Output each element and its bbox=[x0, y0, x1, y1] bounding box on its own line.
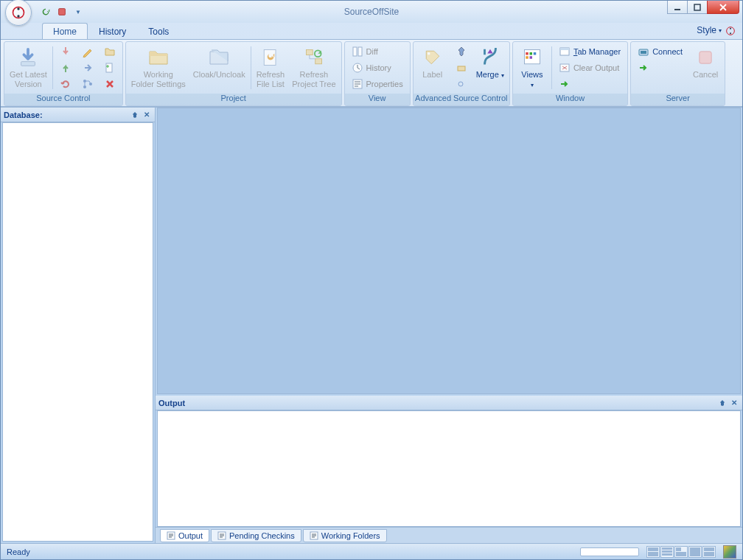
folder-gear-icon bbox=[147, 46, 170, 69]
app-window: ▼ SourceOffSite Home History Tools Style… bbox=[0, 0, 743, 560]
checkin-button[interactable] bbox=[56, 60, 75, 76]
add-folder-button[interactable] bbox=[100, 43, 119, 60]
view-mode-3[interactable] bbox=[674, 546, 688, 558]
history-button[interactable]: History bbox=[348, 60, 407, 76]
list-icon bbox=[167, 531, 175, 540]
titlebar: ▼ SourceOffSite bbox=[1, 1, 742, 23]
clock-icon bbox=[352, 62, 363, 74]
get-latest-label: Get Latest Version bbox=[10, 70, 47, 88]
close-output-button[interactable]: ✕ bbox=[729, 398, 739, 408]
svg-rect-25 bbox=[526, 52, 529, 55]
document-area[interactable] bbox=[157, 108, 741, 394]
database-tree[interactable] bbox=[2, 122, 153, 542]
minimize-button[interactable] bbox=[667, 1, 688, 14]
edit-button[interactable] bbox=[78, 43, 97, 60]
link-button[interactable] bbox=[452, 76, 471, 92]
svg-rect-3 bbox=[59, 9, 66, 15]
style-dropdown[interactable]: Style▾ bbox=[697, 25, 722, 35]
refresh-tree-label: Refresh Project Tree bbox=[292, 70, 335, 88]
tab-manager-label: Tab Manager bbox=[573, 47, 621, 56]
undo-icon bbox=[60, 78, 71, 90]
properties-icon bbox=[352, 78, 363, 90]
ribbon-group-source-control: Get Latest Version bbox=[4, 41, 123, 106]
minimize-icon bbox=[674, 4, 681, 11]
pin-panel-button[interactable] bbox=[130, 110, 140, 120]
branch-icon bbox=[82, 78, 94, 90]
stop-icon bbox=[57, 7, 67, 17]
working-folder-settings-button[interactable]: Working Folder Settings bbox=[128, 43, 189, 92]
connect-button[interactable]: Connect bbox=[634, 43, 686, 60]
pin-small-icon bbox=[456, 46, 467, 57]
views-label: Views bbox=[521, 70, 543, 79]
download-arrow-icon bbox=[16, 46, 40, 69]
database-panel-header: Database: ✕ bbox=[1, 108, 155, 122]
clear-output-label: Clear Output bbox=[573, 63, 619, 72]
unpin-button[interactable] bbox=[452, 60, 471, 76]
window-extra-button[interactable] bbox=[555, 76, 624, 92]
merge-label: Merge bbox=[476, 70, 499, 79]
view-mode-1[interactable] bbox=[646, 546, 660, 558]
view-mode-5[interactable] bbox=[702, 546, 716, 558]
svg-rect-28 bbox=[526, 56, 529, 59]
close-panel-button[interactable]: ✕ bbox=[142, 110, 152, 120]
pin-icon bbox=[719, 399, 726, 407]
connect-icon bbox=[638, 46, 649, 57]
tab-home[interactable]: Home bbox=[42, 23, 88, 39]
maximize-icon bbox=[694, 4, 701, 11]
status-text: Ready bbox=[7, 547, 30, 556]
merge-button[interactable]: Merge ▾ bbox=[472, 43, 508, 92]
refresh-file-list-button[interactable]: Refresh File List bbox=[253, 43, 289, 92]
pin-output-button[interactable] bbox=[717, 398, 728, 408]
views-icon bbox=[520, 46, 544, 69]
cancel-button[interactable]: Cancel bbox=[688, 43, 723, 92]
pin-button[interactable] bbox=[452, 43, 471, 60]
view-mode-4[interactable] bbox=[688, 546, 702, 558]
share-button[interactable] bbox=[78, 60, 97, 76]
checkout-button[interactable] bbox=[56, 43, 75, 60]
bottom-tab-pending[interactable]: Pending Checkins bbox=[211, 529, 301, 542]
cloak-uncloak-button[interactable]: Cloak/Uncloak bbox=[189, 43, 249, 92]
link-small-icon bbox=[456, 78, 467, 90]
branch-button[interactable] bbox=[78, 76, 97, 92]
tab-manager-button[interactable]: Tab Manager bbox=[555, 43, 624, 60]
output-text-area[interactable] bbox=[157, 410, 741, 527]
x-icon: ✕ bbox=[144, 111, 150, 119]
bottom-tab-working[interactable]: Working Folders bbox=[303, 529, 387, 542]
svg-point-11 bbox=[83, 85, 86, 88]
server-extra-button[interactable] bbox=[634, 60, 686, 76]
share-icon bbox=[82, 62, 94, 74]
qat-refresh-button[interactable] bbox=[39, 5, 52, 18]
window-controls bbox=[668, 1, 739, 14]
app-menu-orb[interactable] bbox=[5, 0, 32, 26]
diff-button[interactable]: Diff bbox=[348, 43, 407, 60]
help-icon-button[interactable] bbox=[725, 25, 736, 37]
clear-output-button[interactable]: Clear Output bbox=[555, 60, 624, 76]
svg-rect-16 bbox=[315, 59, 322, 64]
history-label: History bbox=[366, 63, 391, 72]
tray-icon[interactable] bbox=[723, 545, 736, 559]
add-file-button[interactable] bbox=[100, 60, 119, 76]
views-button[interactable]: Views▾ bbox=[514, 43, 550, 92]
svg-rect-23 bbox=[458, 66, 465, 71]
database-panel-title: Database: bbox=[4, 111, 43, 119]
qat-stop-button[interactable] bbox=[55, 5, 69, 18]
chevron-down-icon: ▾ bbox=[719, 27, 722, 34]
get-latest-version-button[interactable]: Get Latest Version bbox=[6, 43, 51, 92]
close-button[interactable] bbox=[707, 1, 739, 14]
bottom-tab-output[interactable]: Output bbox=[160, 529, 209, 542]
svg-point-2 bbox=[17, 15, 19, 17]
label-button[interactable]: Label bbox=[415, 43, 450, 92]
undo-checkout-button[interactable] bbox=[56, 76, 75, 92]
main-area: Output ✕ Output Pending Checkins Working… bbox=[156, 108, 742, 543]
tab-history[interactable]: History bbox=[88, 23, 137, 39]
maximize-button[interactable] bbox=[687, 1, 708, 14]
view-mode-2[interactable] bbox=[660, 546, 674, 558]
svg-point-1 bbox=[17, 7, 19, 10]
tab-tools[interactable]: Tools bbox=[137, 23, 180, 39]
qat-dropdown-button[interactable]: ▼ bbox=[71, 5, 85, 18]
ribbon-group-window: Views▾ Tab Manager Clear Output Window bbox=[512, 41, 628, 106]
svg-rect-13 bbox=[106, 63, 112, 72]
properties-button[interactable]: Properties bbox=[348, 76, 407, 92]
refresh-project-tree-button[interactable]: Refresh Project Tree bbox=[288, 43, 339, 92]
delete-button[interactable] bbox=[100, 76, 119, 92]
